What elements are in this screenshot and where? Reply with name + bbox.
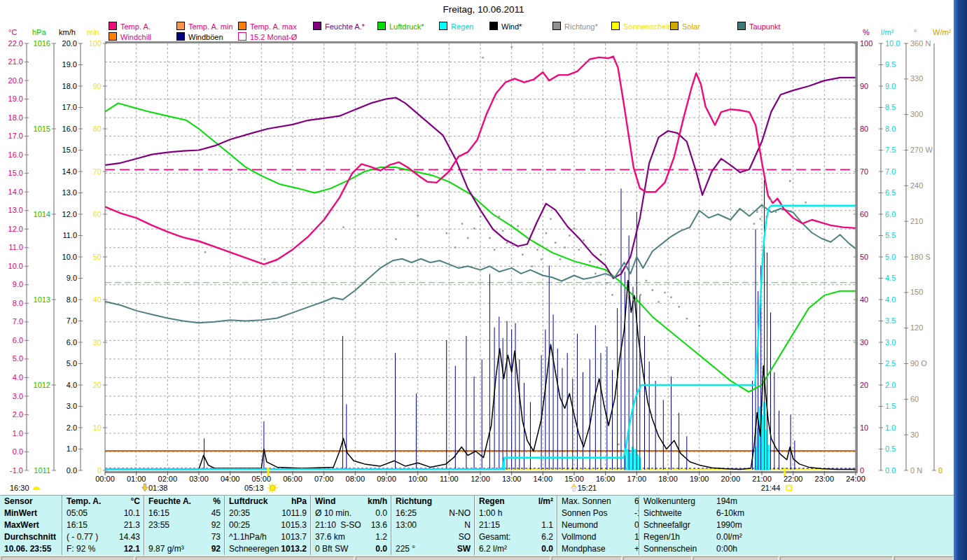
cell-mid — [352, 507, 366, 519]
marker-time-label: 01:38 — [148, 484, 168, 492]
axis-dir-tick-label: 270 W — [910, 146, 933, 154]
x-axis-label: 14:00 — [534, 475, 553, 483]
statusbar-segment — [623, 556, 692, 560]
table-info-col-0: Max. Sonnen61,611°Sonnen Pos-12,770°Neum… — [557, 496, 639, 555]
axis-wind-header: km/h — [59, 28, 76, 36]
axis-temp-header: °C — [8, 28, 17, 36]
statusbar-segment — [780, 556, 893, 560]
cell-value: 1011.9 — [250, 507, 307, 519]
x-axis-label: 20:00 — [721, 475, 741, 483]
column-unit — [432, 496, 471, 507]
axis-pct-tick-label: 80 — [860, 125, 868, 133]
statusbar-segment — [552, 556, 622, 560]
x-axis-label: 03:00 — [189, 475, 209, 483]
axis-solar-tick-label: 0 — [938, 466, 942, 475]
cell-time: 37.6 km — [315, 531, 345, 543]
cell-value: SO — [396, 531, 471, 543]
axis-dir-tick-label: 240 — [910, 181, 923, 190]
table-row-labels: SensorMinWertMaxWertDurchschnitt10.06. 2… — [0, 496, 62, 555]
table-col-luftdruck: LuftdruckhPa20:351011.900:251015.3^1.1hP… — [224, 496, 311, 555]
axis-dir-tick-label: 120 — [910, 323, 923, 332]
cell-value: 1015.3 — [250, 519, 307, 531]
table-col-temp-a-: Temp. A.°C05:0510.116:1521.3( - 0.77 )14… — [62, 496, 144, 555]
axis-wind-tick-label: 13.0 — [62, 188, 77, 197]
axis-wind-tick-label: 4.0 — [67, 381, 77, 389]
table-cell-row: F: 92 %12.1 — [62, 543, 144, 555]
axis-temp-tick-label: 18.0 — [8, 113, 23, 122]
axis-temp-tick-label: 11.0 — [8, 243, 23, 251]
table-cell-row: 9.87 g/m³92 — [144, 543, 225, 555]
cell-mid — [348, 543, 364, 555]
cell-value: 12.1 — [95, 543, 140, 555]
table-row-label: Durchschnitt — [4, 531, 56, 543]
axis-wind-tick-label: 12.0 — [62, 210, 77, 218]
axis-rain-tick-label: 8.0 — [885, 125, 896, 133]
axis-min-tick-label: 80 — [93, 125, 102, 133]
x-axis-label: 21:00 — [752, 475, 772, 483]
x-axis-label: 18:00 — [658, 475, 678, 483]
cell-mid: S-SO — [336, 519, 366, 531]
column-unit: km/h — [335, 496, 387, 507]
axis-wind-tick-label: 6.0 — [67, 338, 77, 346]
info-label: Neumond — [562, 519, 634, 531]
marker-moon-set-prev: 16:30 — [10, 484, 40, 492]
status-bar — [0, 555, 954, 560]
axis-dir-tick-label: 0 N — [910, 466, 922, 475]
axis-rain-tick-label: 4.0 — [885, 295, 896, 304]
info-label: Sonnenschein — [643, 543, 716, 555]
axis-temp-tick-label: 21.0 — [8, 57, 23, 66]
table-cell-row: Schneeregen1013.2 — [225, 543, 311, 555]
axis-temp-tick-label: -1.0 — [10, 466, 23, 475]
cell-time: 23:55 — [148, 519, 169, 531]
axis-wind-tick-label: 7.0 — [67, 316, 77, 325]
column-header: Richtung — [396, 496, 432, 507]
plot-frame — [105, 41, 858, 473]
chart-panel: Freitag, 10.06.2011 Temp. A.Temp. A. min… — [0, 0, 967, 494]
axis-hpa-tick-label: 1016 — [34, 39, 50, 48]
axis-dir: 360 N330300270 W240210180 S15012090 O603… — [904, 28, 933, 475]
axis-temp-tick-label: 22.0 — [8, 39, 23, 48]
column-header: Wind — [315, 496, 335, 507]
column-header: Temp. A. — [67, 496, 101, 507]
info-value: 6-10km — [716, 507, 744, 519]
table-cell-row: 0 Bft SW0.0 — [311, 543, 391, 555]
weather-chart: 22.021.020.019.018.017.016.015.014.013.0… — [0, 0, 967, 494]
cell-time: F: 92 % — [67, 543, 95, 555]
axis-rain-tick-label: 4.5 — [885, 274, 896, 282]
cell-time: 21:15 — [479, 519, 500, 531]
cell-value: 1013.7 — [267, 531, 307, 543]
axis-hpa: 101610151014101310121011hPa — [32, 28, 56, 475]
axis-hpa-tick-label: 1011 — [34, 466, 50, 475]
statusbar-segment — [1, 556, 134, 560]
cell-time: 225 ° — [396, 543, 415, 555]
axis-hpa-tick-label: 1015 — [34, 125, 50, 133]
axis-rain-tick-label: 7.5 — [885, 146, 896, 154]
cell-value — [502, 507, 553, 519]
x-axis-label: 16:00 — [596, 475, 615, 483]
info-row: Schneefallgr1990m — [639, 519, 954, 531]
cell-time: 0 Bft SW — [315, 543, 348, 555]
axis-pct-tick-label: 20 — [860, 381, 868, 389]
cell-time: 16:25 — [396, 507, 417, 519]
table-col-regen: Regenl/m²1:00 h21:151.1Gesamt:6.26.2 l/m… — [474, 496, 557, 555]
info-row: Neumond01.07.11 — [557, 519, 639, 531]
axis-min-tick-label: 90 — [93, 82, 102, 90]
axis-solar-header: W/m² — [933, 28, 952, 36]
axis-min-header: min — [87, 28, 99, 36]
axis-dir-tick-label: 150 — [910, 288, 923, 296]
axis-pct-tick-label: 40 — [860, 295, 868, 304]
cell-value: 14.43 — [98, 531, 140, 543]
axis-wind-tick-label: 20.0 — [62, 39, 77, 48]
axis-rain-tick-label: 9.5 — [885, 60, 896, 69]
x-axis-label: 04:00 — [221, 475, 240, 483]
axis-dir-header: ° — [914, 28, 917, 36]
table-col-richtung: Richtung16:25N-NO13:00NSO225 °SW — [391, 496, 475, 555]
cell-time: 16:15 — [148, 507, 169, 519]
cell-time: 21:10 — [315, 519, 336, 531]
x-axis-label: 08:00 — [346, 475, 366, 483]
axis-rain-tick-label: 0.0 — [885, 466, 896, 475]
x-axis-label: 11:00 — [440, 475, 459, 483]
x-axis-label: 24:00 — [846, 475, 865, 483]
axis-pct-tick-label: 0 — [860, 466, 864, 475]
cell-value: 45 — [169, 507, 221, 519]
